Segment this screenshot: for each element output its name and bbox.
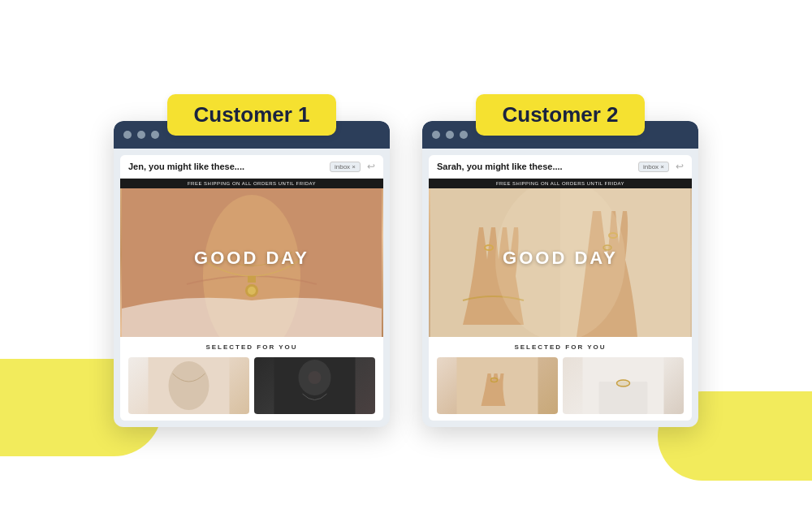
email-1-header: Jen, you might like these.... inbox × ↩ [120,155,383,179]
selected-title-1: SELECTED FOR YOU [128,343,375,351]
customer-2-email-preview: Sarah, you might like these.... inbox × … [429,155,692,421]
customer-2-wrapper: Customer 2 Sarah, you might like these..… [422,94,698,427]
product-thumb-1-1 [128,357,249,414]
reply-icon-2: ↩ [676,161,684,172]
browser-dot-6 [460,131,468,139]
browser-dot-2 [137,131,145,139]
product-thumbs-1 [128,357,375,414]
svg-rect-4 [248,276,256,283]
svg-point-20 [617,380,630,386]
email-2-tag: inbox × [638,162,669,172]
email-2-subject: Sarah, you might like these.... [437,162,632,171]
selected-section-1: SELECTED FOR YOU [120,337,383,421]
svg-point-3 [248,287,256,295]
browser-dot-4 [432,131,440,139]
customer-1-browser: Jen, you might like these.... inbox × ↩ [114,121,390,427]
browser-dot-1 [123,131,132,139]
customer-1-email-preview: Jen, you might like these.... inbox × ↩ [120,155,383,421]
product-thumb-1-2 [254,357,375,414]
svg-point-9 [309,371,322,384]
customer-2-badge: Customer 2 [476,94,644,136]
email-2-banner: FREE SHIPPING ON ALL ORDERS UNTIL FRIDAY… [429,179,692,337]
customer-2-browser: Sarah, you might like these.... inbox × … [422,121,698,427]
email-1-subject: Jen, you might like these.... [128,162,323,171]
browser-dot-5 [446,131,454,139]
browser-dot-3 [151,131,159,139]
selected-title-2: SELECTED FOR YOU [437,343,684,351]
product-thumb-2-2 [563,357,684,414]
customer-1-badge: Customer 1 [167,94,335,136]
main-container: Customer 1 Jen, you might like these....… [114,78,698,427]
product-thumb-2-1 [437,357,558,414]
selected-section-2: SELECTED FOR YOU [429,337,692,421]
shipping-strip-1: FREE SHIPPING ON ALL ORDERS UNTIL FRIDAY [120,179,383,188]
shipping-strip-2: FREE SHIPPING ON ALL ORDERS UNTIL FRIDAY [429,179,692,188]
product-thumbs-2 [437,357,684,414]
good-day-text-2: GOOD DAY [503,248,618,269]
customer-1-wrapper: Customer 1 Jen, you might like these....… [114,94,390,427]
email-1-tag: inbox × [330,162,361,172]
good-day-text-1: GOOD DAY [194,248,309,269]
svg-point-6 [169,361,209,410]
email-1-banner: FREE SHIPPING ON ALL ORDERS UNTIL FRIDAY… [120,179,383,337]
reply-icon-1: ↩ [367,161,375,172]
email-2-header: Sarah, you might like these.... inbox × … [429,155,692,179]
